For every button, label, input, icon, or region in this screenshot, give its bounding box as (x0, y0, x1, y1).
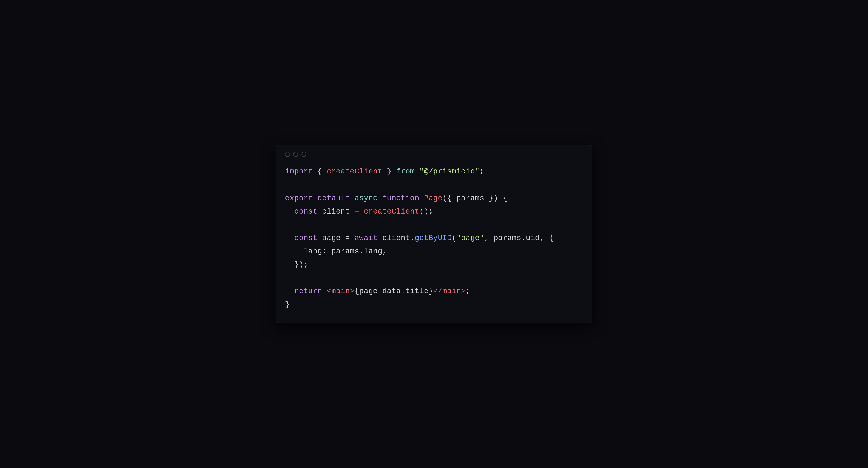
import-line: import { createClient } from "@/prismici… (285, 165, 583, 178)
close-brace-line: } (285, 298, 583, 311)
return-line: return <main>{page.data.title}</main>; (285, 285, 583, 298)
blank2 (285, 218, 583, 231)
const-page-line: const page = await client.getByUID("page… (285, 231, 583, 245)
window-dot-close (285, 152, 290, 157)
blank1 (285, 178, 583, 192)
lang-line: lang: params.lang, (285, 245, 583, 258)
export-line: export default async function Page({ par… (285, 192, 583, 205)
window-dot-maximize (301, 152, 306, 157)
window-dot-minimize (293, 152, 298, 157)
blank3 (285, 271, 583, 285)
window-titlebar (285, 152, 583, 157)
close-paren-line: }); (285, 258, 583, 271)
code-window: import { createClient } from "@/prismici… (276, 145, 592, 323)
const-client-line: const client = createClient(); (285, 205, 583, 218)
code-editor: import { createClient } from "@/prismici… (285, 165, 583, 311)
